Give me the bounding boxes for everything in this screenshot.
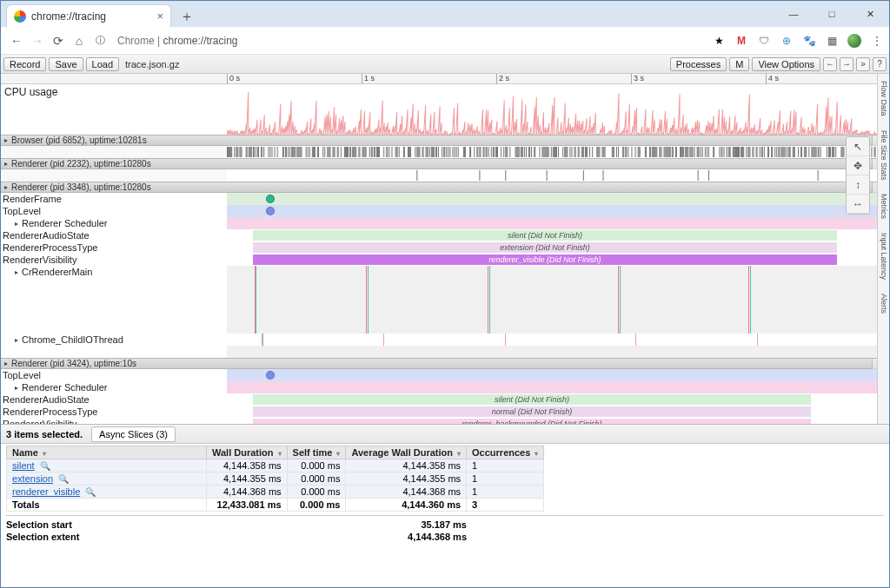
side-tab[interactable]: Metrics (880, 190, 888, 222)
track-label[interactable]: ▸Renderer Scheduler (1, 217, 227, 229)
pointer-tool[interactable]: ↖ (847, 137, 869, 156)
help-button[interactable]: ? (873, 57, 887, 71)
process-header-browser[interactable]: ▸ Browser (pid 6852), uptime:10281s X (1, 135, 889, 146)
time-ruler[interactable]: 0 s1 s2 s3 s4 s (227, 74, 889, 84)
side-tab[interactable]: Flow Data (880, 77, 888, 120)
track-label[interactable]: RenderFrame (1, 193, 227, 205)
track-label[interactable]: RendererProcessType (1, 406, 227, 418)
ruler-tick: 3 s (631, 74, 644, 84)
svg-rect-265 (676, 147, 677, 157)
maximize-button[interactable]: □ (813, 1, 851, 27)
view-options-button[interactable]: View Options (752, 57, 820, 71)
side-tab[interactable]: File Size Stats (880, 127, 888, 184)
minimize-button[interactable]: — (774, 1, 813, 27)
async-slice-silent[interactable]: silent (Did Not Finish) (253, 230, 837, 241)
process-barcode-browser[interactable] (227, 146, 889, 158)
event-dot[interactable] (266, 195, 275, 203)
track-label[interactable]: ▸Renderer Scheduler (1, 381, 227, 393)
back-button[interactable]: ← (6, 30, 27, 51)
track-label[interactable]: RendererVisibility (1, 254, 227, 266)
forward-button[interactable]: → (27, 30, 48, 51)
paw-icon[interactable]: 🐾 (802, 34, 816, 48)
async-slice-backgrounded[interactable]: renderer_backgrounded (Did Not Finish) (253, 419, 811, 424)
bookmark-icon[interactable]: ★ (712, 34, 726, 48)
magnifier-icon[interactable]: 🔍 (85, 487, 96, 497)
side-tab[interactable]: Alerts (880, 290, 888, 317)
svg-rect-207 (575, 147, 576, 157)
svg-rect-163 (503, 147, 504, 157)
plus-icon[interactable]: ⊕ (780, 34, 794, 48)
track-label[interactable]: TopLevel (1, 369, 227, 381)
slice-link[interactable]: extension (12, 473, 53, 484)
svg-rect-94 (376, 147, 377, 157)
home-button[interactable]: ⌂ (69, 30, 90, 51)
svg-rect-351 (813, 147, 814, 157)
track-label[interactable]: RendererVisibility (1, 418, 227, 424)
table-row[interactable]: silent🔍4,144.358 ms0.000 ms4,144.358 ms1 (7, 459, 544, 472)
close-button[interactable]: ✕ (851, 1, 889, 27)
table-row[interactable]: renderer_visible🔍4,144.368 ms0.000 ms4,1… (7, 486, 544, 499)
event-dot[interactable] (266, 371, 275, 380)
svg-rect-40 (293, 147, 294, 157)
more-button[interactable]: » (856, 57, 870, 71)
slice-link[interactable]: silent (12, 460, 35, 471)
new-tab-button[interactable]: ＋ (176, 6, 197, 27)
column-header[interactable]: Name ▾ (7, 446, 207, 459)
gmail-icon[interactable]: M (734, 34, 748, 48)
svg-rect-74 (348, 147, 349, 157)
browser-tab[interactable]: chrome://tracing × (6, 4, 171, 27)
svg-rect-264 (675, 147, 676, 157)
svg-rect-50 (308, 147, 309, 157)
svg-rect-285 (705, 147, 706, 157)
process-header-renderer-2232[interactable]: ▸ Renderer (pid 2232), uptime:10280s X (1, 158, 889, 169)
site-info-icon[interactable]: ⓘ (90, 30, 110, 51)
svg-rect-167 (509, 147, 510, 157)
shield-icon[interactable]: 🛡 (757, 34, 771, 48)
svg-rect-123 (429, 147, 430, 157)
address-bar[interactable]: Chrome | chrome://tracing (117, 35, 238, 47)
track-label[interactable]: RendererAudioState (1, 229, 227, 241)
track-label[interactable]: TopLevel (1, 205, 227, 217)
profile-avatar[interactable] (847, 34, 861, 48)
async-slice-silent[interactable]: silent (Did Not Finish) (253, 394, 811, 405)
track-label[interactable]: ▸Chrome_ChildIOThread (1, 334, 227, 346)
processes-button[interactable]: Processes (670, 57, 727, 71)
record-button[interactable]: Record (3, 57, 46, 71)
load-button[interactable]: Load (86, 57, 119, 71)
side-tab[interactable]: Input Latency (880, 229, 888, 283)
process-barcode-2232[interactable] (227, 169, 889, 182)
m-button[interactable]: M (729, 57, 749, 71)
column-header[interactable]: Wall Duration ▾ (207, 446, 288, 459)
pan-tool[interactable]: ✥ (847, 156, 869, 175)
magnifier-icon[interactable]: 🔍 (40, 461, 50, 471)
nudge-right-button[interactable]: → (840, 57, 853, 71)
timing-tool[interactable]: ↔ (847, 195, 869, 214)
async-slice-extension[interactable]: extension (Did Not Finish) (253, 242, 837, 253)
track-label[interactable]: RendererProcessType (1, 241, 227, 254)
process-header-renderer-3348[interactable]: ▸ Renderer (pid 3348), uptime:10280s X (1, 182, 889, 193)
process-header-renderer-3424[interactable]: ▸ Renderer (pid 3424), uptime:10s X (1, 358, 889, 369)
svg-rect-79 (354, 147, 355, 157)
save-button[interactable]: Save (49, 57, 83, 71)
table-row[interactable]: extension🔍4,144.355 ms0.000 ms4,144.355 … (7, 472, 544, 486)
nudge-left-button[interactable]: ← (823, 57, 837, 71)
track-label[interactable]: ▸CrRendererMain (1, 266, 227, 278)
magnifier-icon[interactable]: 🔍 (58, 474, 69, 484)
track-label[interactable]: RendererAudioState (1, 393, 227, 406)
svg-rect-315 (753, 147, 754, 157)
svg-rect-26 (263, 147, 264, 157)
async-slice-normal[interactable]: normal (Did Not Finish) (253, 406, 811, 417)
tab-close-icon[interactable]: × (156, 10, 163, 23)
event-dot[interactable] (266, 207, 275, 215)
slice-link[interactable]: renderer_visible (12, 486, 80, 497)
menu-icon[interactable]: ⋮ (870, 34, 884, 48)
column-header[interactable]: Self time ▾ (287, 446, 346, 459)
reload-button[interactable]: ⟳ (48, 30, 69, 51)
cpu-usage-chart[interactable] (227, 84, 889, 135)
column-header[interactable]: Average Wall Duration ▾ (346, 446, 467, 459)
column-header[interactable]: Occurrences ▾ (467, 446, 544, 459)
grid-icon[interactable]: ▦ (825, 34, 839, 48)
details-tab-async-slices[interactable]: Async Slices (3) (91, 426, 176, 442)
async-slice-renderer-visible[interactable]: renderer_visible (Did Not Finish) (253, 254, 837, 265)
zoom-tool[interactable]: ↕ (847, 175, 869, 195)
